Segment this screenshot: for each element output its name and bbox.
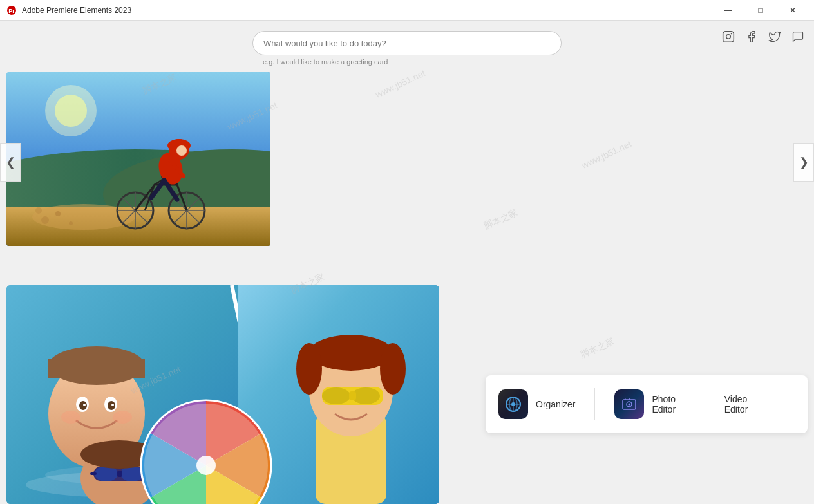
search-container: e.g. I would like to make a greeting car… bbox=[252, 31, 562, 66]
svg-rect-69 bbox=[309, 346, 393, 366]
organizer-app-item[interactable]: Organizer bbox=[498, 389, 575, 419]
video-editor-label-2: Editor bbox=[724, 404, 748, 415]
app-panel: Organizer Photo Editor V bbox=[486, 375, 808, 433]
svg-point-49 bbox=[108, 401, 115, 410]
search-input[interactable] bbox=[252, 31, 562, 55]
twitter-icon[interactable] bbox=[768, 30, 782, 44]
carousel-next-button[interactable]: ❯ bbox=[793, 143, 814, 182]
svg-point-35 bbox=[41, 216, 49, 224]
title-bar-controls: — □ ✕ bbox=[714, 0, 808, 21]
svg-point-84 bbox=[511, 402, 515, 406]
divider-1 bbox=[594, 388, 595, 420]
divider-2 bbox=[705, 388, 705, 420]
bottom-collage bbox=[6, 285, 439, 504]
video-editor-app-item[interactable]: Video Editor bbox=[724, 394, 795, 415]
svg-point-79 bbox=[196, 456, 216, 475]
svg-rect-2 bbox=[723, 32, 734, 42]
title-bar-left: Pr Adobe Premiere Elements 2023 bbox=[6, 5, 131, 15]
organizer-icon bbox=[498, 389, 528, 419]
video-editor-label-container: Video Editor bbox=[724, 394, 748, 415]
chat-icon[interactable] bbox=[791, 30, 805, 44]
hero-image-section bbox=[0, 72, 814, 252]
video-editor-label-1: Video bbox=[724, 394, 748, 404]
photo-editor-app-item[interactable]: Photo Editor bbox=[614, 389, 685, 419]
carousel-prev-button[interactable]: ❮ bbox=[0, 143, 21, 182]
svg-point-87 bbox=[629, 404, 630, 406]
organizer-label: Organizer bbox=[536, 399, 575, 409]
svg-point-52 bbox=[61, 411, 80, 424]
close-button[interactable]: ✕ bbox=[778, 0, 808, 21]
collage-svg bbox=[6, 285, 439, 504]
photo-editor-label-container: Photo Editor bbox=[652, 394, 676, 415]
photo-editor-label-1: Photo bbox=[652, 394, 676, 404]
svg-point-3 bbox=[726, 35, 731, 39]
svg-point-51 bbox=[111, 404, 114, 406]
title-bar: Pr Adobe Premiere Elements 2023 — □ ✕ bbox=[0, 0, 814, 21]
svg-point-36 bbox=[69, 221, 73, 225]
svg-point-37 bbox=[35, 207, 42, 214]
app-title: Adobe Premiere Elements 2023 bbox=[22, 6, 131, 15]
svg-text:Pr: Pr bbox=[8, 8, 15, 14]
app-logo-icon: Pr bbox=[6, 5, 17, 15]
svg-point-7 bbox=[55, 95, 87, 127]
instagram-icon[interactable] bbox=[721, 30, 735, 44]
bicycle-scene-svg bbox=[6, 72, 270, 246]
hero-image bbox=[6, 72, 270, 246]
main-area: e.g. I would like to make a greeting car… bbox=[0, 21, 814, 504]
search-hint: e.g. I would like to make a greeting car… bbox=[252, 58, 562, 66]
svg-point-34 bbox=[55, 211, 61, 216]
svg-point-48 bbox=[79, 401, 87, 410]
svg-point-71 bbox=[380, 343, 406, 395]
facebook-icon[interactable] bbox=[744, 30, 759, 44]
photo-editor-label-2: Editor bbox=[652, 404, 676, 415]
watermark-8: 脚本之家 bbox=[579, 335, 616, 361]
maximize-button[interactable]: □ bbox=[746, 0, 775, 21]
svg-point-30 bbox=[176, 145, 187, 156]
svg-rect-75 bbox=[349, 391, 356, 400]
minimize-button[interactable]: — bbox=[714, 0, 743, 21]
social-icons bbox=[721, 30, 805, 44]
svg-point-50 bbox=[83, 404, 86, 406]
svg-rect-55 bbox=[48, 359, 145, 378]
svg-point-4 bbox=[731, 33, 732, 35]
svg-point-53 bbox=[113, 411, 132, 424]
svg-rect-61 bbox=[90, 472, 97, 475]
svg-rect-60 bbox=[117, 471, 122, 477]
photo-editor-icon bbox=[614, 389, 644, 419]
svg-point-73 bbox=[322, 387, 350, 404]
svg-point-70 bbox=[296, 343, 322, 395]
svg-point-11 bbox=[32, 204, 135, 230]
